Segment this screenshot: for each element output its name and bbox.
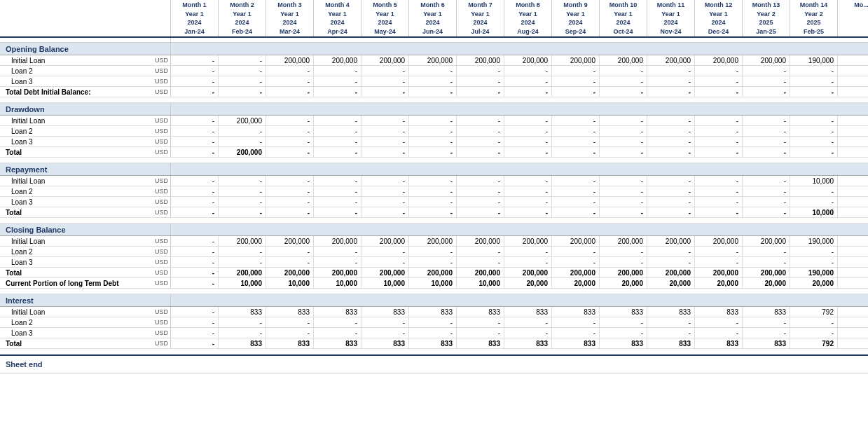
section-header-row: Opening Balance bbox=[0, 43, 868, 55]
toc-link[interactable] bbox=[0, 38, 171, 42]
data-cell: - bbox=[647, 328, 695, 338]
data-cell: 200,000 bbox=[219, 147, 266, 157]
data-cell: - bbox=[219, 207, 266, 217]
currency-label: USD bbox=[149, 308, 170, 315]
currency-label: USD bbox=[149, 198, 170, 205]
data-cell: - bbox=[361, 186, 409, 196]
data-cell: - bbox=[457, 257, 504, 267]
data-cell: - bbox=[314, 147, 361, 157]
data-cell bbox=[838, 247, 868, 256]
row-label: Current Portion of long Term Debt bbox=[0, 280, 149, 287]
data-cell: - bbox=[457, 66, 504, 76]
data-cell: - bbox=[552, 257, 600, 267]
row-label: Loan 3 bbox=[0, 78, 149, 85]
row-label: Loan 2 bbox=[0, 188, 149, 195]
data-cell: - bbox=[219, 87, 266, 97]
table-row: Initial LoanUSD-200,000------------ bbox=[0, 116, 868, 126]
row-label: Loan 2 bbox=[0, 248, 149, 256]
data-cell: - bbox=[266, 317, 314, 327]
data-cell: - bbox=[647, 87, 695, 97]
data-cell: 200,000 bbox=[552, 268, 600, 277]
data-cell: - bbox=[171, 247, 219, 256]
data-cell: 200,000 bbox=[219, 236, 266, 246]
data-cell: - bbox=[361, 207, 409, 217]
table-row: Initial LoanUSD--200,000200,000200,00020… bbox=[0, 55, 868, 66]
section-header-row: Closing Balance bbox=[0, 224, 868, 236]
data-cell: - bbox=[457, 116, 504, 125]
data-cell: 833 bbox=[219, 338, 266, 348]
table-row: Total Debt Initial Balance:USD----------… bbox=[0, 87, 868, 97]
data-cell: - bbox=[361, 137, 409, 146]
row-label: Total Debt Initial Balance: bbox=[0, 88, 149, 96]
data-cell: - bbox=[504, 247, 552, 256]
section-header-label: Opening Balance bbox=[0, 43, 171, 55]
data-cell: - bbox=[219, 176, 266, 186]
data-cell: - bbox=[647, 176, 695, 186]
data-cell: 833 bbox=[600, 307, 647, 317]
data-cell: - bbox=[266, 126, 314, 136]
data-cell: - bbox=[504, 317, 552, 327]
data-body: Opening BalanceInitial LoanUSD--200,0002… bbox=[0, 43, 868, 435]
data-cell: - bbox=[695, 137, 743, 146]
currency-label: USD bbox=[149, 188, 170, 195]
month-header-7: Month 8Year 12024Aug-24 bbox=[504, 0, 552, 36]
sheet-end-row: Sheet end bbox=[0, 355, 868, 373]
table-row: Loan 2USD-------------- bbox=[0, 126, 868, 137]
data-cell bbox=[838, 126, 868, 136]
data-cell: 833 bbox=[314, 307, 361, 317]
data-cell: 200,000 bbox=[457, 55, 504, 65]
data-cell: 200,000 bbox=[266, 236, 314, 246]
data-cell: 200,000 bbox=[647, 55, 695, 65]
data-cell: - bbox=[743, 137, 790, 146]
data-cell: - bbox=[171, 207, 219, 217]
month-header-10: Month 11Year 12024Nov-24 bbox=[647, 0, 695, 36]
data-cell: 10,000 bbox=[314, 278, 361, 288]
data-cell: 833 bbox=[647, 338, 695, 348]
table-row: TotalUSD-200,000------------ bbox=[0, 147, 868, 158]
currency-label: USD bbox=[149, 78, 170, 85]
data-cell: - bbox=[504, 186, 552, 196]
data-cell: - bbox=[504, 126, 552, 136]
data-cell: - bbox=[409, 176, 457, 186]
data-cell: - bbox=[552, 87, 600, 97]
table-row: Initial LoanUSD-------------10,000 bbox=[0, 176, 868, 186]
data-cell: - bbox=[266, 147, 314, 157]
data-cell: - bbox=[171, 87, 219, 97]
data-cell bbox=[838, 66, 868, 76]
data-cell: - bbox=[266, 87, 314, 97]
data-cell: - bbox=[790, 186, 838, 196]
row-label: Total bbox=[0, 340, 149, 348]
data-cell: 792 bbox=[790, 338, 838, 348]
currency-label: USD bbox=[149, 269, 170, 276]
data-cell: - bbox=[743, 317, 790, 327]
data-cell: - bbox=[457, 87, 504, 97]
data-cell: - bbox=[219, 247, 266, 256]
table-row: TotalUSD-8338338338338338338338338338338… bbox=[0, 338, 868, 349]
data-cell bbox=[838, 207, 868, 217]
data-cell: - bbox=[504, 66, 552, 76]
data-cell: - bbox=[314, 126, 361, 136]
data-cell: - bbox=[219, 66, 266, 76]
data-cell: - bbox=[790, 247, 838, 256]
data-cell: - bbox=[600, 147, 647, 157]
data-cell: - bbox=[171, 76, 219, 86]
data-cell: 190,000 bbox=[790, 236, 838, 246]
data-cell: - bbox=[361, 126, 409, 136]
data-cell: - bbox=[552, 116, 600, 125]
data-cell: - bbox=[743, 247, 790, 256]
data-cell: - bbox=[361, 317, 409, 327]
data-cell: 2... bbox=[838, 278, 868, 288]
data-cell: - bbox=[266, 247, 314, 256]
data-cell: - bbox=[552, 197, 600, 207]
data-cell: - bbox=[409, 207, 457, 217]
currency-label: USD bbox=[149, 128, 170, 135]
data-cell: - bbox=[457, 197, 504, 207]
data-cell: - bbox=[457, 126, 504, 136]
data-cell: 833 bbox=[361, 307, 409, 317]
data-cell: - bbox=[314, 186, 361, 196]
data-cell: - bbox=[695, 247, 743, 256]
data-cell: - bbox=[219, 76, 266, 86]
data-cell: - bbox=[266, 116, 314, 125]
currency-label: USD bbox=[149, 67, 170, 74]
data-cell: - bbox=[790, 317, 838, 327]
